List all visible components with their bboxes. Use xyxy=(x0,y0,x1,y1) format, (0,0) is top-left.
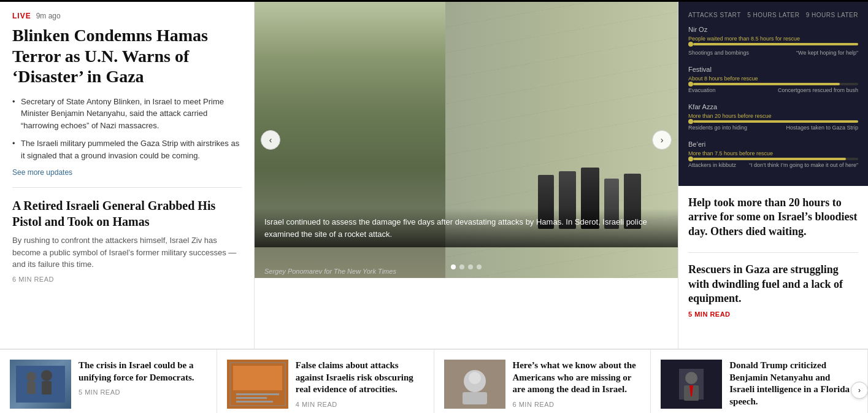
bottom-item-2[interactable]: False claims about attacks against Israe… xyxy=(217,350,434,413)
tl-rescue-beeri: More than 7.5 hours before rescue xyxy=(688,150,858,156)
main-headline: Blinken Condemns Hamas Terror as U.N. Wa… xyxy=(12,25,242,87)
tl-row-niraz: Nir Oz People waited more than 8.5 hours… xyxy=(688,26,858,56)
tl-row-festival: Festival About 8 hours before rescue Eva… xyxy=(688,66,858,93)
image-credit: Sergey Ponomarev for The New York Times xyxy=(264,268,396,275)
svg-rect-9 xyxy=(236,397,267,399)
right-articles: Help took more than 20 hours to arrive f… xyxy=(678,186,868,349)
svg-point-1 xyxy=(26,372,36,382)
thumb-3-image xyxy=(444,360,505,409)
svg-rect-8 xyxy=(236,393,279,395)
slideshow-dots xyxy=(451,264,482,269)
sub-read-time: 6 MIN READ xyxy=(12,276,54,283)
dot-3[interactable] xyxy=(468,264,473,269)
bottom-item-4[interactable]: Donald Trump criticized Benjamin Netanya… xyxy=(651,350,868,413)
tl-note-right-festival: Concertgoers rescued from bush xyxy=(778,87,858,93)
svg-point-3 xyxy=(41,370,52,381)
tl-note-left-festival: Evacuation xyxy=(688,87,716,93)
tl-bar-kfar xyxy=(693,120,858,123)
live-badge: LIVE 9m ago xyxy=(12,12,242,20)
bullet-text-1: Secretary of State Antony Blinken, in Is… xyxy=(21,97,224,130)
bullet-text-2: The Israeli military pummeled the Gaza S… xyxy=(21,139,239,160)
tl-dot-kfar xyxy=(688,119,693,124)
bullet-item-1: Secretary of State Antony Blinken, in Is… xyxy=(12,96,242,132)
dot-2[interactable] xyxy=(459,264,464,269)
svg-rect-7 xyxy=(233,366,282,390)
sub-headline-link[interactable]: A Retired Israeli General Grabbed His Pi… xyxy=(12,199,215,228)
right-headline-1[interactable]: Help took more than 20 hours to arrive f… xyxy=(688,196,858,239)
slide-prev-button[interactable]: ‹ xyxy=(261,130,280,150)
thumb-2-image xyxy=(227,360,288,409)
tl-rescue-niraz: People waited more than 8.5 hours for re… xyxy=(688,36,858,42)
tl-bar-beeri xyxy=(693,158,846,160)
svg-point-14 xyxy=(469,372,481,384)
thumb-4-image xyxy=(661,360,722,409)
thumb-4 xyxy=(661,360,722,409)
bottom-headline-1[interactable]: The crisis in Israel could be a unifying… xyxy=(79,360,207,384)
tl-label-kfar: Kfar Azza xyxy=(688,103,858,110)
bottom-next-button[interactable]: › xyxy=(851,382,868,399)
right-headline-2[interactable]: Rescuers in Gaza are struggling with dwi… xyxy=(688,263,858,306)
center-column: Israel continued to assess the damage fi… xyxy=(255,2,678,349)
bottom-read-time-1: 5 MIN READ xyxy=(79,388,120,396)
dot-4[interactable] xyxy=(477,264,482,269)
bottom-headline-4[interactable]: Donald Trump criticized Benjamin Netanya… xyxy=(729,360,858,407)
tl-label-beeri: Be’eri xyxy=(688,141,858,148)
tl-dot-beeri xyxy=(688,156,693,161)
bottom-headline-3[interactable]: Here’s what we know about the Americans … xyxy=(513,360,641,396)
svg-point-17 xyxy=(685,372,697,384)
tl-note-right-niraz: “We kept hoping for help” xyxy=(796,50,858,56)
bottom-item-1[interactable]: The crisis in Israel could be a unifying… xyxy=(0,350,217,413)
tl-note-left-beeri: Attackers in kibbutz xyxy=(688,162,736,168)
bottom-headline-2[interactable]: False claims about attacks against Israe… xyxy=(296,360,424,396)
tl-bar-niraz xyxy=(693,43,858,45)
tl-label-festival: Festival xyxy=(688,66,858,73)
tl-header-2: 5 HOURS LATER xyxy=(747,12,799,18)
bottom-content-4: Donald Trump criticized Benjamin Netanya… xyxy=(729,360,858,413)
sub-summary: By rushing to confront the attackers him… xyxy=(12,234,242,271)
time-ago: 9m ago xyxy=(36,12,61,20)
bottom-item-3[interactable]: Here’s what we know about the Americans … xyxy=(434,350,651,413)
tl-dot-niraz xyxy=(688,42,693,47)
tl-label-niraz: Nir Oz xyxy=(688,26,858,33)
bottom-content-2: False claims about attacks against Israe… xyxy=(296,360,424,413)
tl-bar-festival xyxy=(693,83,840,85)
right-read-time-2: 5 MIN READ xyxy=(688,311,731,318)
svg-rect-4 xyxy=(42,381,52,395)
sub-headline[interactable]: A Retired Israeli General Grabbed His Pi… xyxy=(12,198,242,230)
tl-note-right-kfar: Hostages taken to Gaza Strip xyxy=(786,125,858,131)
tl-row-beeri: Be’eri More than 7.5 hours before rescue… xyxy=(688,141,858,168)
tl-header-1: ATTACKS START xyxy=(688,12,741,18)
thumb-2 xyxy=(227,360,288,409)
bottom-content-1: The crisis in Israel could be a unifying… xyxy=(79,360,207,413)
timeline-headers: ATTACKS START 5 HOURS LATER 9 HOURS LATE… xyxy=(688,12,858,18)
svg-rect-0 xyxy=(16,366,65,403)
bullet-item-2: The Israeli military pummeled the Gaza S… xyxy=(12,137,242,161)
bullet-list: Secretary of State Antony Blinken, in Is… xyxy=(12,96,242,162)
tl-row-kfar: Kfar Azza More than 20 hours before resc… xyxy=(688,103,858,131)
see-more-link[interactable]: See more updates xyxy=(12,168,72,177)
bottom-strip: The crisis in Israel could be a unifying… xyxy=(0,349,868,413)
svg-rect-13 xyxy=(463,392,487,404)
tl-rescue-kfar: More than 20 hours before rescue xyxy=(688,113,858,119)
thumb-3 xyxy=(444,360,505,409)
slideshow: Israel continued to assess the damage fi… xyxy=(255,2,678,278)
dot-1[interactable] xyxy=(451,264,456,269)
timeline-graphic: ATTACKS START 5 HOURS LATER 9 HOURS LATE… xyxy=(678,2,868,186)
right-article-1: Help took more than 20 hours to arrive f… xyxy=(688,196,858,253)
right-column: ATTACKS START 5 HOURS LATER 9 HOURS LATE… xyxy=(678,2,868,349)
caption-text: Israel continued to assess the damage fi… xyxy=(264,217,647,239)
thumb-1 xyxy=(10,360,71,409)
tl-dot-festival xyxy=(688,82,693,87)
svg-rect-10 xyxy=(236,401,273,403)
image-caption: Israel continued to assess the damage fi… xyxy=(255,209,678,247)
divider xyxy=(12,187,242,188)
thumb-1-image xyxy=(16,366,65,403)
bottom-content-3: Here’s what we know about the Americans … xyxy=(513,360,641,413)
left-column: LIVE 9m ago Blinken Condemns Hamas Terro… xyxy=(0,2,255,349)
svg-rect-2 xyxy=(27,382,36,394)
main-image: Israel continued to assess the damage fi… xyxy=(255,2,678,278)
main-container: LIVE 9m ago Blinken Condemns Hamas Terro… xyxy=(0,0,868,413)
slide-next-button[interactable]: › xyxy=(652,130,672,150)
top-section: LIVE 9m ago Blinken Condemns Hamas Terro… xyxy=(0,2,868,349)
right-article-2: Rescuers in Gaza are struggling with dwi… xyxy=(688,263,858,329)
